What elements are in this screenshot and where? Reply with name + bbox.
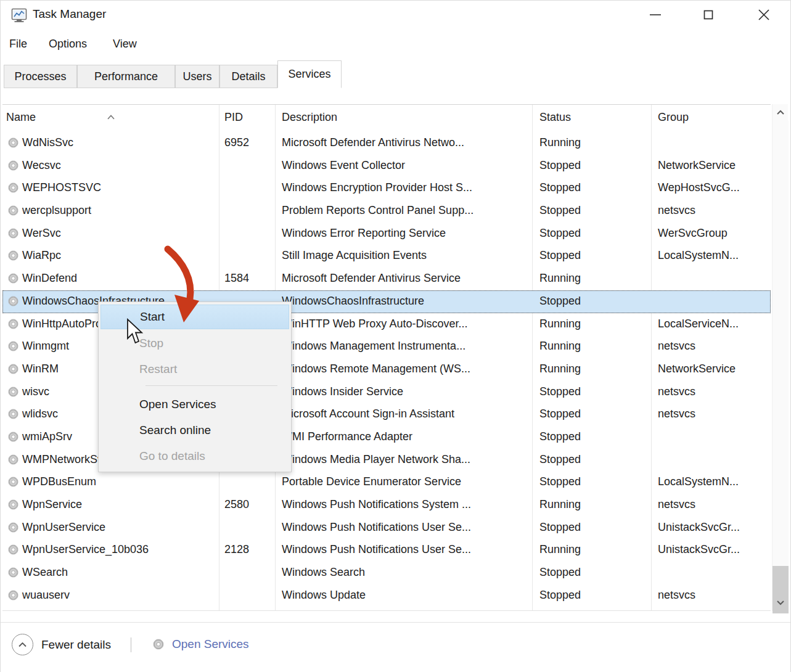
service-name: wuauserv [22,589,70,602]
table-row[interactable]: WEPHOSTSVC Windows Encryption Provider H… [2,177,771,200]
column-header-pid[interactable]: PID [224,111,243,124]
service-description: Windows Management Instrumenta... [282,340,465,353]
service-group: UnistackSvcGr... [658,543,740,556]
table-row[interactable]: WiaRpc Still Image Acquisition Events St… [2,245,771,268]
service-pid: 6952 [224,136,249,149]
service-gear-icon [7,589,20,602]
scrollbar-track[interactable] [773,121,789,594]
service-gear-icon [7,408,20,420]
service-name: Wecsvc [22,159,61,172]
service-gear-icon [7,340,20,353]
maximize-button[interactable] [694,3,723,27]
tab-processes[interactable]: Processes [4,65,77,88]
table-row[interactable]: wuauserv Windows Update Stopped netsvcs [2,584,771,607]
service-name: WPDBusEnum [22,475,96,488]
scroll-down-icon[interactable] [773,594,789,611]
service-description: Microsoft Defender Antivirus Netwo... [282,136,464,149]
service-gear-icon [7,453,20,466]
service-gear-icon [7,521,20,534]
service-description: Windows Media Player Network Sha... [282,453,470,466]
scroll-up-icon[interactable] [773,104,789,121]
service-gear-icon [7,430,20,443]
column-header-name[interactable]: Name [6,111,36,124]
context-menu-item-restart: Restart [100,357,289,382]
service-status: Stopped [539,589,581,602]
menu-file[interactable]: File [9,38,27,51]
vertical-scrollbar[interactable] [772,104,788,611]
service-description: WinHTTP Web Proxy Auto-Discover... [282,318,467,330]
table-row[interactable]: WpnUserService_10b036 2128 Windows Push … [2,539,771,562]
service-group: LocalSystemN... [658,249,739,262]
open-services-link[interactable]: Open Services [145,637,249,651]
table-row[interactable]: WPDBusEnum Portable Device Enumerator Se… [2,471,771,494]
service-description: Windows Push Notifications User Se... [282,521,471,534]
service-group: LocalSystemN... [658,475,739,488]
context-menu-item-search-online[interactable]: Search online [100,418,289,443]
table-row[interactable]: WerSvc Windows Error Reporting Service S… [2,223,771,245]
service-name: Winmgmt [22,340,69,353]
service-description: Windows Search [282,566,365,579]
service-name: WpnUserService [22,521,105,534]
service-group: netsvcs [658,385,695,398]
service-gear-icon [7,566,20,579]
context-menu-item-open-services[interactable]: Open Services [100,392,289,417]
service-description: WindowsChaosInfrastructure [282,295,424,308]
service-group: NetworkService [658,363,736,375]
service-description: Windows Event Collector [282,159,405,172]
mouse-cursor-icon [126,318,145,345]
task-manager-icon [11,8,27,23]
table-row[interactable]: WpnUserService Windows Push Notification… [2,517,771,539]
service-gear-icon [7,318,20,330]
table-row[interactable]: Wecsvc Windows Event Collector Stopped N… [2,155,771,178]
tab-services[interactable]: Services [277,60,342,88]
close-icon[interactable] [750,3,778,27]
table-row[interactable]: WSearch Windows Search Stopped [2,562,771,584]
menu-options[interactable]: Options [49,38,87,51]
service-description: Windows Push Notifications User Se... [282,543,471,556]
service-name: WpnService [22,498,82,511]
service-description: WMI Performance Adapter [282,430,412,443]
service-status: Stopped [539,453,581,466]
service-description: Portable Device Enumerator Service [282,475,461,488]
service-group: WepHostSvcG... [658,181,740,194]
context-menu-item-go-to-details: Go to details [100,444,289,469]
tab-details[interactable]: Details [219,65,277,88]
tab-users[interactable]: Users [175,65,219,88]
service-status: Stopped [539,181,581,194]
column-header-status[interactable]: Status [539,111,571,124]
table-row[interactable]: WinDefend 1584 Microsoft Defender Antivi… [2,268,771,290]
service-group: LocalServiceN... [658,318,739,330]
task-manager-window: Task Manager File Options View Processes… [0,0,791,672]
service-description: Windows Update [282,589,366,602]
service-name: wisvc [22,385,49,398]
service-status: Stopped [539,249,581,262]
service-description: Still Image Acquisition Events [282,249,427,262]
column-header-group[interactable]: Group [658,111,689,124]
service-group: WerSvcGroup [658,227,727,240]
footer-divider [131,637,131,652]
service-name: WdNisSvc [22,136,73,149]
service-status: Stopped [539,385,581,398]
fewer-details-button[interactable]: Fewer details [12,634,111,655]
table-row[interactable]: wercplsupport Problem Reports Control Pa… [2,200,771,223]
service-description: Microsoft Account Sign-in Assistant [282,408,454,420]
service-status: Stopped [539,227,581,240]
open-services-label: Open Services [172,637,249,651]
menu-view[interactable]: View [113,38,137,51]
service-name: WiaRpc [22,249,61,262]
service-pid: 1584 [224,272,249,285]
column-header-description[interactable]: Description [282,111,337,124]
service-description: Windows Error Reporting Service [282,227,446,240]
service-description: Windows Push Notifications System ... [282,498,471,511]
minimize-button[interactable] [641,3,670,27]
service-name: WEPHOSTSVC [22,181,101,194]
service-status: Stopped [539,159,581,172]
service-group: UnistackSvcGr... [658,521,740,534]
service-name: wlidsvc [22,408,58,420]
tab-performance[interactable]: Performance [77,65,175,88]
service-name: WSearch [22,566,68,579]
table-row[interactable]: WdNisSvc 6952 Microsoft Defender Antivir… [2,132,771,155]
service-pid: 2128 [224,543,249,556]
table-row[interactable]: WpnService 2580 Windows Push Notificatio… [2,494,771,517]
service-name: WinRM [22,363,59,375]
